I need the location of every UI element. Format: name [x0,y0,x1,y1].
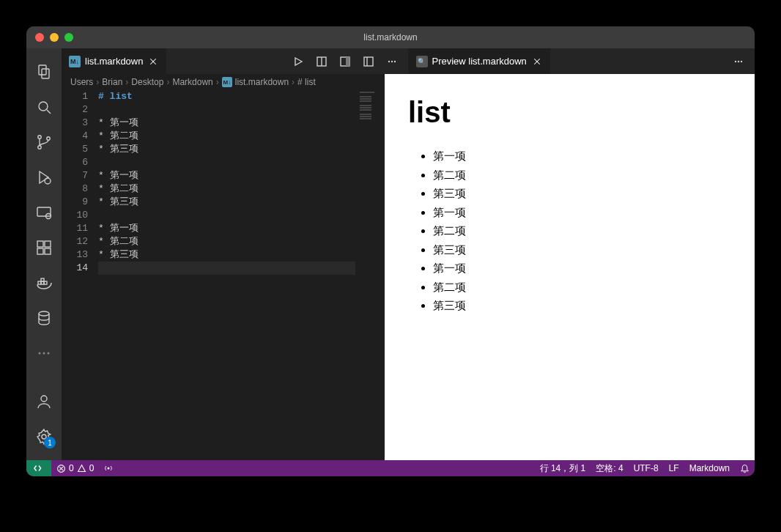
activity-extensions[interactable] [26,230,62,265]
code-text: * 第三项 [98,196,385,209]
svg-point-41 [741,60,742,62]
status-cursor-position[interactable]: 行 14，列 1 [535,460,591,476]
breadcrumb-segment[interactable]: Users [70,77,93,87]
search-icon [35,98,53,116]
titlebar[interactable]: list.markdown [26,26,755,48]
breadcrumb-segment[interactable]: Brian [102,77,122,87]
close-window-button[interactable] [35,33,44,42]
status-encoding[interactable]: UTF-8 [629,460,664,476]
activity-source-control[interactable] [26,125,62,160]
activity-account[interactable] [26,384,62,419]
activity-run-debug[interactable] [26,160,62,195]
svg-point-22 [48,352,50,355]
activity-settings[interactable]: 1 [26,419,62,454]
settings-badge: 1 [44,437,56,448]
warning-icon [77,464,86,473]
error-count: 0 [69,463,74,473]
markdown-file-icon: M↓ [222,77,232,87]
line-number: 10 [62,209,88,222]
preview-tab-actions [722,48,755,74]
activity-bar: 1 [26,48,62,460]
line-number: 11 [62,222,88,235]
activity-remote-explorer[interactable] [26,195,62,230]
list-item: 第一项 [433,259,731,278]
broadcast-icon [104,464,113,473]
debug-icon [35,169,53,186]
tab-preview[interactable]: 🔍 Preview list.markdown [409,48,551,74]
split-editor-button[interactable] [335,51,355,72]
status-language-mode[interactable]: Markdown [684,460,735,476]
preview-side-icon [316,56,327,67]
minimap-content [355,90,385,122]
minimap[interactable] [355,90,385,460]
preview-list: 第一项 第二项 第三项 第一项 第二项 第三项 第一项 第二项 第三项 [408,147,731,315]
list-item: 第二项 [433,166,731,185]
preview-heading: list [408,96,731,129]
run-button[interactable] [288,51,308,72]
status-eol[interactable]: LF [664,460,684,476]
svg-point-36 [393,60,395,62]
svg-point-8 [45,178,51,184]
activity-database[interactable] [26,300,62,336]
maximize-window-button[interactable] [64,33,73,42]
tab-editor[interactable]: M↓ list.markdown [62,48,167,74]
breadcrumb-symbol[interactable]: # list [297,77,316,87]
svg-rect-13 [37,248,43,254]
code-text: # list [98,91,133,102]
minimize-window-button[interactable] [50,33,59,42]
line-number-gutter: 1 2 3 4 5 6 7 8 9 10 11 12 13 [62,90,98,460]
line-number: 3 [62,117,88,130]
play-icon [292,56,304,67]
code-text [98,103,385,117]
svg-rect-14 [45,248,51,254]
main-area: 1 M↓ list.markdown [26,48,755,460]
activity-search[interactable] [26,89,62,125]
line-number: 5 [62,143,88,156]
list-item: 第二项 [433,278,731,297]
svg-marker-7 [40,171,48,183]
svg-point-19 [39,311,49,316]
svg-point-35 [390,60,392,62]
more-actions-button[interactable] [382,51,402,72]
close-tab-button[interactable] [531,56,543,67]
status-ports[interactable] [99,460,118,476]
status-notifications[interactable] [735,460,755,476]
line-number: 14 [62,262,88,275]
status-problems[interactable]: 0 0 [51,460,99,476]
breadcrumbs[interactable]: Users› Brian› Desktop› Markdown› M↓ list… [62,74,385,90]
code-lines[interactable]: # list * 第一项 * 第二项 * 第三项 * 第一项 * 第二项 * 第… [98,90,385,460]
tab-preview-label: Preview list.markdown [432,56,527,67]
line-number: 1 [62,90,88,103]
activity-docker[interactable] [26,265,62,300]
code-text: * 第一项 [98,169,385,182]
code-text: * 第三项 [98,143,385,156]
split-icon [339,56,351,67]
line-number: 7 [62,169,88,182]
chevron-right-icon: › [216,77,219,87]
open-preview-side-button[interactable] [311,51,332,72]
svg-point-45 [108,468,110,470]
markdown-preview[interactable]: list 第一项 第二项 第三项 第一项 第二项 第三项 第一项 第二项 第三项 [385,74,755,460]
activity-more[interactable] [26,336,62,371]
editor-group: M↓ list.markdown [62,48,755,460]
line-number: 2 [62,103,88,117]
activity-explorer[interactable] [26,54,62,89]
svg-point-34 [388,60,389,62]
code-text [98,209,385,222]
ellipsis-icon [733,56,744,67]
chevron-right-icon: › [125,77,128,87]
close-tab-button[interactable] [147,56,159,67]
more-actions-button[interactable] [728,51,749,72]
breadcrumb-segment[interactable]: list.markdown [235,77,289,87]
chevron-right-icon: › [166,77,169,87]
layout-button[interactable] [358,51,379,72]
status-indentation[interactable]: 空格: 4 [591,460,628,476]
code-editor[interactable]: 1 2 3 4 5 6 7 8 9 10 11 12 13 [62,90,385,460]
breadcrumb-segment[interactable]: Desktop [131,77,163,87]
editor-pane: Users› Brian› Desktop› Markdown› M↓ list… [62,74,385,460]
status-remote-button[interactable] [26,460,51,476]
code-text: * 第二项 [98,130,385,143]
svg-marker-27 [295,58,302,65]
list-item: 第三项 [433,240,731,259]
breadcrumb-segment[interactable]: Markdown [172,77,212,87]
